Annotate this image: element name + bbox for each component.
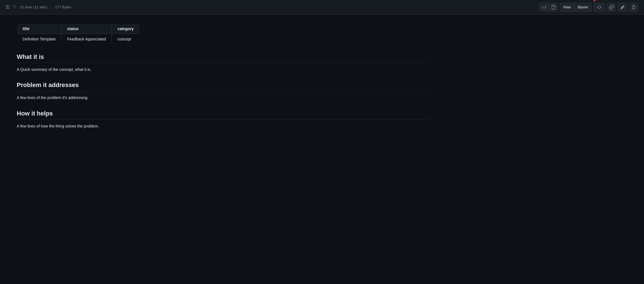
raw-blame-btn-group: Raw Blame <box>560 3 592 12</box>
delete-button[interactable] <box>629 3 638 12</box>
table-row: Definition Template Feedback Appreciated… <box>17 34 140 44</box>
table-header-row: title status category <box>17 24 140 34</box>
section-heading-how-it-helps: How it helps <box>17 110 429 120</box>
cell-category: concept <box>112 34 139 44</box>
col-title-header: title <box>17 24 62 34</box>
edit-button[interactable] <box>618 3 627 12</box>
copy-desktop-container <box>593 3 605 12</box>
shield-icon: 🛡 <box>13 5 16 9</box>
col-category-header: category <box>112 24 139 34</box>
code-file-btn-group <box>539 3 558 12</box>
section-problem: Problem it addresses A few lines of the … <box>17 81 429 101</box>
section-body-problem: A few lines of the problem it's addressi… <box>17 95 429 101</box>
cell-title: Definition Template <box>17 34 62 44</box>
desktop-view-button[interactable] <box>593 3 605 12</box>
section-body-how-it-helps: A few lines of how the thing solves the … <box>17 123 429 129</box>
file-view-button[interactable] <box>549 3 558 12</box>
section-how-it-helps: How it helps A few lines of how the thin… <box>17 110 429 129</box>
code-view-button[interactable] <box>539 3 549 12</box>
section-body-what-it-is: A Quick summary of the concept, what it … <box>17 66 429 73</box>
toolbar: ☰ 🛡 15 lines (11 sloc) | 277 Bytes Raw B… <box>0 0 644 15</box>
section-heading-what-it-is: What it is <box>17 53 429 63</box>
toolbar-right: Raw Blame <box>539 3 638 12</box>
lines-info: 15 lines (11 sloc) <box>20 5 47 9</box>
raw-button[interactable]: Raw <box>560 3 574 12</box>
section-heading-problem: Problem it addresses <box>17 81 429 91</box>
cell-status: Feedback Appreciated <box>61 34 112 44</box>
section-what-it-is: What it is A Quick summary of the concep… <box>17 53 429 73</box>
toolbar-left: ☰ 🛡 15 lines (11 sloc) | 277 Bytes <box>6 4 71 10</box>
copy-button[interactable] <box>607 3 616 12</box>
metadata-table: title status category Definition Templat… <box>17 23 140 44</box>
size-info: 277 Bytes <box>55 5 71 9</box>
blame-button[interactable]: Blame <box>574 3 592 12</box>
main-content: title status category Definition Templat… <box>0 15 446 147</box>
col-status-header: status <box>61 24 112 34</box>
separator: | <box>50 5 52 10</box>
list-icon[interactable]: ☰ <box>6 4 9 10</box>
